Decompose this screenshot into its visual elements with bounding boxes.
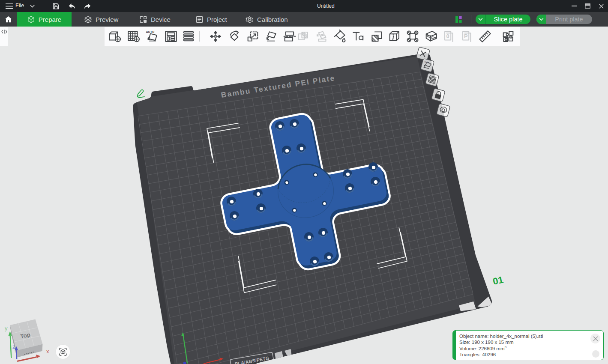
svg-text:01: 01 — [492, 274, 504, 287]
svg-text:x: x — [46, 348, 49, 355]
svg-text:z: z — [12, 344, 15, 350]
svg-text:P: P — [464, 33, 468, 39]
svg-text:0: 0 — [446, 33, 449, 39]
svg-text:y: y — [5, 325, 8, 331]
svg-text:AUTO: AUTO — [146, 30, 154, 34]
